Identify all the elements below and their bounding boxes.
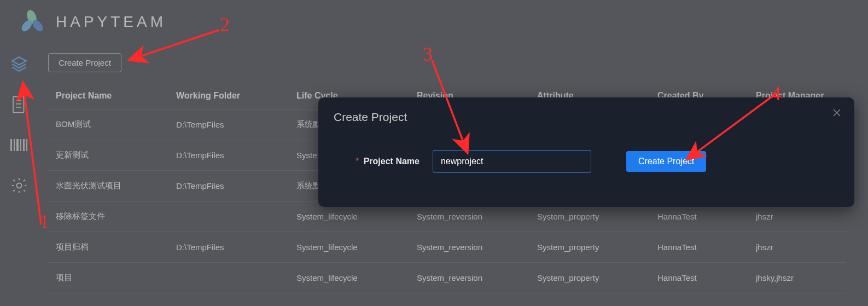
table-row[interactable]: 项目归档D:\TempFilesSystem_lifecycleSystem_r… [48,232,846,263]
table-cell: jhsky,jhszr [756,273,854,282]
create-project-button[interactable]: Create Project [48,53,121,72]
close-icon[interactable] [832,108,841,120]
barcode-icon[interactable] [10,136,28,154]
table-cell: 项目 [56,273,176,283]
table-cell: System_lifecycle [296,243,417,252]
gear-icon[interactable] [10,176,28,195]
layers-icon[interactable] [10,55,28,73]
table-cell: System_reversion [417,243,537,252]
svg-point-14 [16,183,21,188]
col-working-folder: Working Folder [176,91,296,101]
logo-icon [20,9,45,34]
create-project-modal: Create Project * Project Name Create Pro… [318,97,854,207]
svg-rect-11 [20,139,21,151]
table-cell: 水面光伏测试项目 [56,181,176,191]
required-star: * [356,157,359,166]
svg-rect-4 [13,96,24,112]
svg-rect-8 [10,139,12,151]
table-cell: System_reversion [417,212,537,221]
table-row[interactable]: 项目System_lifecycleSystem_reversionSystem… [48,263,846,293]
project-name-input[interactable] [433,150,591,173]
svg-rect-9 [14,139,15,151]
modal-create-button[interactable]: Create Project [626,151,706,172]
table-cell: 更新测试 [56,150,176,160]
field-label-wrapper: * Project Name [356,157,420,166]
project-name-label: Project Name [364,157,420,166]
svg-rect-12 [23,139,25,151]
table-cell: HannaTest [657,243,756,252]
table-cell: HannaTest [657,273,756,282]
table-cell: System_lifecycle [296,212,417,221]
col-project-name: Project Name [56,91,176,101]
table-cell: BOM测试 [56,119,176,130]
table-cell: D:\TempFiles [176,120,296,129]
sidebar [0,49,38,306]
svg-marker-3 [12,57,26,65]
brand-name: HAPYTEAM [56,13,166,31]
table-cell: jhszr [756,243,854,252]
table-cell: 移除标签文件 [56,211,176,222]
modal-title: Create Project [334,111,839,124]
table-cell: jhszr [756,212,854,221]
document-icon[interactable] [10,95,28,114]
table-cell: D:\TempFiles [176,151,296,160]
toolbar: Create Project [48,49,846,76]
table-cell: System_property [537,243,657,252]
svg-rect-10 [16,139,19,151]
table-cell: HannaTest [657,212,756,221]
table-cell: System_property [537,273,657,282]
svg-rect-13 [26,139,27,151]
table-cell: D:\TempFiles [176,181,296,190]
table-cell: System_property [537,212,657,221]
table-cell: System_lifecycle [296,273,417,282]
table-cell: D:\TempFiles [176,243,296,252]
modal-body: * Project Name Create Project [334,150,839,173]
table-cell: System_reversion [417,273,537,282]
table-cell: 项目归档 [56,242,176,252]
app-header: HAPYTEAM [0,0,868,44]
